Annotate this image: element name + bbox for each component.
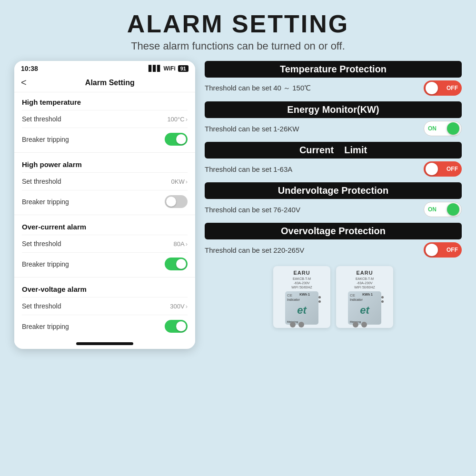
- r-toggle-knob: [426, 82, 438, 94]
- status-time: 10:38: [21, 65, 38, 72]
- section-title-high-power: High power alarm: [22, 160, 188, 169]
- feature-title-undervoltage: Undervoltage Protection: [205, 182, 462, 199]
- setting-row-temp-breaker: Breaker tripping: [22, 128, 188, 150]
- label-temp-threshold: Set threshold: [22, 115, 61, 123]
- feature-current-limit: Current Limit Threshold can be set 1-63A…: [205, 142, 462, 178]
- feature-energy-monitor: Energy Monitor(KW) Threshold can be set …: [205, 101, 462, 137]
- feature-desc-undervoltage: Threshold can be set 76-240V: [205, 206, 300, 214]
- setting-row-current-threshold[interactable]: Set threshold 80A ›: [22, 235, 188, 252]
- label-power-breaker: Breaker tripping: [22, 198, 69, 206]
- feature-desc-energy: Threshold can be set 1-26KW: [205, 125, 299, 133]
- toggle-current-limit[interactable]: OFF: [424, 161, 462, 177]
- feature-desc-row-temp: Threshold can be set 40 ～ 150℃ OFF: [205, 79, 462, 97]
- divider-2: [14, 215, 195, 215]
- r-toggle-label: OFF: [446, 166, 458, 172]
- products-row: EARU EAKCB-T-M-63A-230VWIFI 50/60HZ CE I…: [205, 266, 462, 328]
- section-title-over-voltage: Over-voltage alarm: [22, 285, 188, 293]
- section-title-high-temp: High temperature: [22, 98, 188, 106]
- section-title-over-current: Over-current alarm: [22, 223, 188, 231]
- r-toggle-label: ON: [428, 125, 436, 132]
- label-current-threshold: Set threshold: [22, 240, 61, 248]
- toggle-voltage-breaker[interactable]: [165, 320, 188, 333]
- value-voltage-threshold: 300V ›: [170, 303, 188, 310]
- label-current-breaker: Breaker tripping: [22, 260, 69, 268]
- nav-title: Alarm Setting: [31, 79, 188, 87]
- feature-title-temp: Temperature Protection: [205, 61, 462, 78]
- feature-undervoltage: Undervoltage Protection Threshold can be…: [205, 182, 462, 218]
- back-button[interactable]: <: [21, 77, 27, 88]
- label-temp-breaker: Breaker tripping: [22, 136, 69, 143]
- value-power-threshold: 0KW ›: [171, 178, 188, 185]
- feature-title-overvoltage: Overvoltage Protection: [205, 223, 462, 239]
- status-icons: ▋▋▋ WiFi 91: [149, 65, 188, 72]
- toggle-overvoltage[interactable]: OFF: [424, 242, 462, 258]
- feature-temp-protection: Temperature Protection Threshold can be …: [205, 61, 462, 97]
- phone-mockup: 10:38 ▋▋▋ WiFi 91 < Alarm Setting High t…: [14, 61, 195, 349]
- feature-desc-overvoltage: Threshold can be set 220-265V: [205, 246, 304, 254]
- r-toggle-knob: [426, 244, 438, 256]
- feature-desc-temp: Threshold can be set 40 ～ 150℃: [205, 84, 311, 93]
- phone-nav: < Alarm Setting: [14, 74, 195, 92]
- home-indicator: [76, 342, 133, 345]
- battery-icon: 91: [178, 65, 188, 72]
- divider-3: [14, 277, 195, 278]
- r-toggle-label: OFF: [446, 85, 458, 91]
- value-temp-threshold: 100°C ›: [167, 116, 188, 123]
- phone-body: High temperature Set threshold 100°C › B…: [14, 92, 195, 345]
- setting-row-temp-threshold[interactable]: Set threshold 100°C ›: [22, 110, 188, 128]
- page-wrapper: ALARM SETTING These alarm functions can …: [0, 0, 476, 476]
- feature-overvoltage: Overvoltage Protection Threshold can be …: [205, 223, 462, 258]
- setting-row-current-breaker: Breaker tripping: [22, 252, 188, 275]
- feature-title-energy: Energy Monitor(KW): [205, 101, 462, 118]
- divider-1: [14, 152, 195, 153]
- product-model-2: EAKCB-T-M-63A-230VWIFI 50/60HZ: [354, 277, 375, 289]
- status-bar: 10:38 ▋▋▋ WiFi 91: [14, 61, 195, 74]
- toggle-temp-protection[interactable]: OFF: [424, 80, 462, 96]
- value-current-threshold: 80A ›: [174, 240, 188, 248]
- feature-desc-row-overvoltage: Threshold can be set 220-265V OFF: [205, 241, 462, 258]
- product-brand-1: EARU: [293, 270, 310, 276]
- section-high-temp: High temperature Set threshold 100°C › B…: [14, 92, 195, 150]
- chevron-icon: ›: [186, 116, 188, 123]
- product-2: EARU EAKCB-T-M-63A-230VWIFI 50/60HZ CE I…: [336, 266, 393, 328]
- r-toggle-knob: [447, 122, 459, 135]
- r-toggle-knob: [447, 203, 459, 216]
- feature-title-current: Current Limit: [205, 142, 462, 159]
- page-title: ALARM SETTING: [127, 10, 349, 38]
- feature-desc-current: Threshold can be set 1-63A: [205, 165, 292, 173]
- label-voltage-threshold: Set threshold: [22, 302, 61, 310]
- toggle-undervoltage[interactable]: ON: [424, 202, 462, 217]
- feature-desc-row-undervoltage: Threshold can be set 76-240V ON: [205, 201, 462, 218]
- toggle-power-breaker[interactable]: [165, 195, 188, 208]
- section-over-current: Over-current alarm Set threshold 80A › B…: [14, 217, 195, 275]
- setting-row-power-threshold[interactable]: Set threshold 0KW ›: [22, 172, 188, 190]
- right-panel: Temperature Protection Threshold can be …: [205, 61, 462, 328]
- chevron-icon: ›: [186, 178, 188, 185]
- chevron-icon: ›: [186, 240, 188, 248]
- section-high-power: High power alarm Set threshold 0KW › Bre…: [14, 155, 195, 213]
- toggle-knob: [166, 197, 176, 207]
- section-over-voltage: Over-voltage alarm Set threshold 300V › …: [14, 279, 195, 337]
- wifi-icon: WiFi: [164, 65, 176, 72]
- toggle-current-breaker[interactable]: [165, 258, 188, 270]
- r-toggle-label: OFF: [446, 247, 458, 253]
- content-row: 10:38 ▋▋▋ WiFi 91 < Alarm Setting High t…: [14, 61, 462, 349]
- product-1: EARU EAKCB-T-M-63A-230VWIFI 50/60HZ CE I…: [273, 266, 330, 328]
- feature-desc-row-current: Threshold can be set 1-63A OFF: [205, 160, 462, 178]
- page-subtitle: These alarm functions can be turned on o…: [131, 40, 345, 52]
- product-model-1: EAKCB-T-M-63A-230VWIFI 50/60HZ: [291, 277, 312, 289]
- toggle-energy-monitor[interactable]: ON: [424, 121, 462, 136]
- toggle-knob: [176, 134, 186, 144]
- r-toggle-label: ON: [428, 206, 436, 213]
- label-power-threshold: Set threshold: [22, 178, 61, 185]
- setting-row-voltage-breaker: Breaker tripping: [22, 315, 188, 337]
- setting-row-voltage-threshold[interactable]: Set threshold 300V ›: [22, 297, 188, 315]
- toggle-temp-breaker[interactable]: [165, 133, 188, 146]
- toggle-knob: [176, 259, 186, 269]
- r-toggle-knob: [426, 163, 438, 175]
- toggle-knob: [176, 321, 186, 331]
- product-brand-2: EARU: [356, 270, 373, 276]
- label-voltage-breaker: Breaker tripping: [22, 323, 69, 330]
- chevron-icon: ›: [186, 303, 188, 310]
- setting-row-power-breaker: Breaker tripping: [22, 190, 188, 213]
